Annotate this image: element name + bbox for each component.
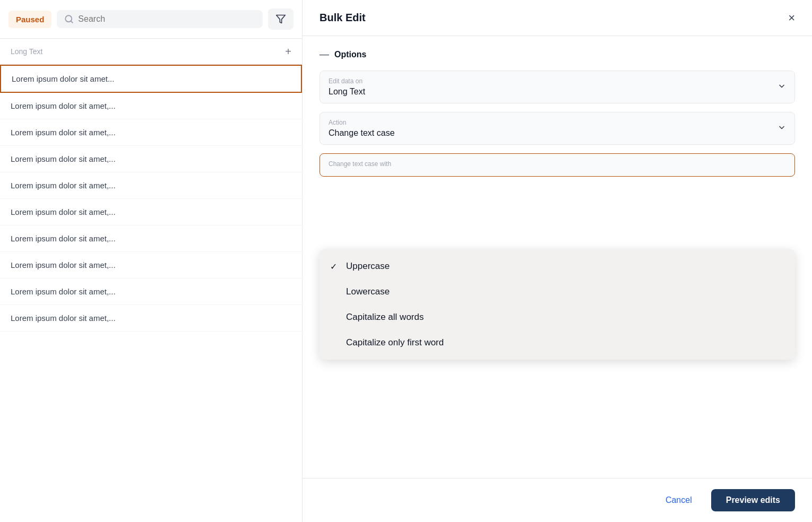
bulk-edit-header: Bulk Edit × bbox=[303, 0, 812, 36]
edit-data-label: Edit data on bbox=[329, 77, 786, 85]
list-item[interactable]: Lorem ipsum dolor sit amet,... bbox=[0, 252, 302, 279]
dropdown-item-capitalize-all[interactable]: Capitalize all words bbox=[319, 304, 795, 330]
column-header: Long Text + bbox=[0, 39, 302, 65]
bulk-edit-body: — Options Edit data on Long Text Action … bbox=[303, 36, 812, 478]
list-item[interactable]: Lorem ipsum dolor sit amet,... bbox=[0, 93, 302, 119]
column-header-label: Long Text bbox=[11, 47, 42, 56]
dropdown-item-capitalize-first[interactable]: Capitalize only first word bbox=[319, 330, 795, 355]
filter-button[interactable] bbox=[268, 8, 293, 30]
list-item[interactable]: Lorem ipsum dolor sit amet... bbox=[0, 65, 302, 93]
list-items: Lorem ipsum dolor sit amet... Lorem ipsu… bbox=[0, 65, 302, 522]
change-text-label: Change text case with bbox=[329, 160, 786, 168]
preview-edits-button[interactable]: Preview edits bbox=[711, 489, 795, 511]
svg-line-1 bbox=[71, 21, 73, 22]
list-item[interactable]: Lorem ipsum dolor sit amet,... bbox=[0, 119, 302, 146]
dropdown-item-uppercase[interactable]: ✓ Uppercase bbox=[319, 254, 795, 279]
list-item[interactable]: Lorem ipsum dolor sit amet,... bbox=[0, 146, 302, 172]
action-label: Action bbox=[329, 119, 786, 126]
list-item[interactable]: Lorem ipsum dolor sit amet,... bbox=[0, 199, 302, 225]
search-icon bbox=[64, 14, 74, 24]
dropdown-item-label: Lowercase bbox=[346, 286, 390, 297]
paused-badge: Paused bbox=[8, 11, 51, 28]
bulk-edit-footer: Cancel Preview edits bbox=[303, 478, 812, 522]
section-header: — Options bbox=[319, 49, 795, 60]
list-item[interactable]: Lorem ipsum dolor sit amet,... bbox=[0, 225, 302, 252]
dropdown-item-label: Uppercase bbox=[346, 261, 390, 272]
action-dropdown-arrow bbox=[778, 124, 786, 134]
svg-marker-2 bbox=[277, 15, 286, 23]
edit-data-dropdown-arrow bbox=[778, 82, 786, 92]
dropdown-item-lowercase[interactable]: Lowercase bbox=[319, 279, 795, 304]
close-button[interactable]: × bbox=[788, 12, 795, 24]
dropdown-item-label: Capitalize all words bbox=[346, 312, 424, 323]
bulk-edit-panel: Bulk Edit × — Options Edit data on Long … bbox=[303, 0, 812, 522]
search-input[interactable] bbox=[78, 14, 255, 24]
search-box bbox=[57, 10, 263, 28]
check-icon: ✓ bbox=[330, 262, 341, 272]
edit-data-field[interactable]: Edit data on Long Text bbox=[319, 71, 795, 103]
section-title: Options bbox=[334, 50, 366, 59]
bulk-edit-title: Bulk Edit bbox=[319, 12, 366, 24]
collapse-icon[interactable]: — bbox=[319, 49, 329, 60]
list-item[interactable]: Lorem ipsum dolor sit amet,... bbox=[0, 279, 302, 305]
add-column-button[interactable]: + bbox=[285, 46, 291, 57]
cancel-button[interactable]: Cancel bbox=[655, 490, 703, 510]
edit-data-value: Long Text bbox=[329, 87, 786, 97]
filter-icon bbox=[275, 14, 286, 24]
list-item[interactable]: Lorem ipsum dolor sit amet,... bbox=[0, 172, 302, 199]
top-bar: Paused bbox=[0, 0, 302, 39]
list-item[interactable]: Lorem ipsum dolor sit amet,... bbox=[0, 305, 302, 332]
action-value: Change text case bbox=[329, 128, 786, 138]
dropdown-item-label: Capitalize only first word bbox=[346, 337, 444, 348]
change-text-field[interactable]: Change text case with bbox=[319, 153, 795, 177]
action-field[interactable]: Action Change text case bbox=[319, 112, 795, 145]
left-panel: Paused Long Text + Lorem ipsum dolor sit… bbox=[0, 0, 303, 522]
dropdown-menu: ✓ Uppercase Lowercase Capitalize all wor… bbox=[319, 249, 795, 360]
